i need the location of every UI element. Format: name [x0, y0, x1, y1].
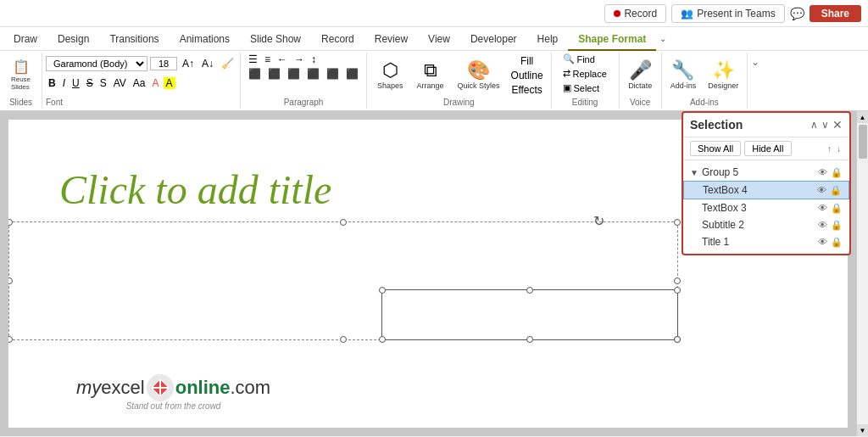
slide-title[interactable]: Click to add title [59, 166, 678, 213]
tab-draw[interactable]: Draw [3, 27, 47, 51]
align-left-button[interactable]: ⬛ [246, 67, 264, 81]
handle-tm[interactable] [340, 219, 347, 226]
dictate-button[interactable]: 🎤 Dictate [623, 59, 657, 92]
handle-tr[interactable] [674, 219, 681, 226]
order-down-button[interactable]: ↓ [835, 143, 843, 155]
main-area: ↻ Click to add title my excel [0, 111, 868, 436]
font-color-button[interactable]: A [150, 76, 162, 90]
order-up-button[interactable]: ↑ [826, 143, 833, 155]
list-item-textbox4[interactable]: TextBox 4 👁 🔒 [683, 181, 849, 199]
list-item-textbox3[interactable]: TextBox 3 👁 🔒 [683, 199, 849, 216]
justify-button[interactable]: ⬛ [304, 67, 322, 81]
subtitle2-lock-icon[interactable]: 🔒 [831, 220, 843, 231]
scroll-up-button[interactable]: ▲ [857, 111, 869, 123]
title1-lock-icon[interactable]: 🔒 [831, 237, 843, 248]
shapes-button[interactable]: ⬡ Shapes [372, 59, 409, 92]
panel-up-chevron[interactable]: ∧ [810, 119, 818, 131]
addins-button[interactable]: 🔧 Add-ins [665, 59, 702, 92]
tab-developer[interactable]: Developer [460, 27, 527, 51]
group5-visibility-icon[interactable]: 👁 [818, 167, 827, 178]
reuse-slides-button[interactable]: 📋 ReuseSlides [8, 59, 35, 92]
ribbon-group-slides: 📋 ReuseSlides Slides [0, 53, 42, 109]
select-button[interactable]: ▣ Select [560, 81, 602, 94]
present-teams-button[interactable]: 👥 Present in Teams [671, 4, 785, 23]
indent-decrease-button[interactable]: ← [275, 53, 290, 66]
bold-button[interactable]: B [46, 76, 58, 90]
tab-slideshow[interactable]: Slide Show [240, 27, 311, 51]
clear-formatting-button[interactable]: 🧹 [219, 57, 236, 70]
char-spacing-button[interactable]: AV [111, 76, 129, 90]
hide-all-button[interactable]: Hide All [744, 141, 791, 156]
tab-help[interactable]: Help [527, 27, 569, 51]
columns-button[interactable]: ⬛ [324, 67, 342, 81]
font-size-input[interactable] [150, 57, 177, 70]
record-dot [614, 10, 620, 17]
tab-shape-format[interactable]: Shape Format [568, 27, 656, 51]
align-right-button[interactable]: ⬛ [285, 67, 303, 81]
scroll-down-button[interactable]: ▼ [857, 424, 869, 436]
record-button[interactable]: Record [604, 4, 666, 23]
handle-bl[interactable] [8, 336, 13, 343]
textbox4-lock-icon[interactable]: 🔒 [830, 185, 842, 196]
font-decrease-button[interactable]: A↓ [199, 57, 216, 70]
comment-icon[interactable]: 💬 [790, 7, 804, 20]
line-spacing-button[interactable]: ↕ [309, 53, 319, 66]
shape-effects-button[interactable]: Effects [509, 83, 546, 97]
handle-inner-bl[interactable] [379, 336, 386, 343]
panel-down-chevron[interactable]: ∨ [821, 119, 829, 131]
list-item-subtitle2[interactable]: Subtitle 2 👁 🔒 [683, 216, 849, 233]
tab-animations[interactable]: Animations [170, 27, 240, 51]
show-all-button[interactable]: Show All [690, 141, 741, 156]
textbox4-visibility-icon[interactable]: 👁 [817, 185, 826, 196]
title1-visibility-icon[interactable]: 👁 [818, 237, 827, 248]
textbox3-visibility-icon[interactable]: 👁 [818, 203, 827, 214]
list-item-title1[interactable]: Title 1 👁 🔒 [683, 233, 849, 250]
handle-inner-tr[interactable] [674, 287, 681, 294]
handle-inner-tm[interactable] [526, 287, 533, 294]
strikethrough-button[interactable]: S [84, 76, 96, 90]
tab-transitions[interactable]: Transitions [99, 27, 169, 51]
quick-styles-button[interactable]: 🎨 Quick Styles [453, 59, 505, 92]
italic-button[interactable]: I [60, 76, 68, 90]
ribbon-expand-icon[interactable]: ⌄ [751, 56, 760, 68]
numbering-button[interactable]: ≡ [262, 53, 273, 66]
handle-inner-bm[interactable] [526, 336, 533, 343]
handle-bm[interactable] [340, 336, 347, 343]
font-increase-button[interactable]: A↑ [180, 57, 197, 70]
tab-record[interactable]: Record [311, 27, 364, 51]
shape-fill-button[interactable]: Fill [509, 54, 546, 68]
text-direction-button[interactable]: ⬛ [343, 67, 361, 81]
textbox3-lock-icon[interactable]: 🔒 [831, 203, 843, 214]
replace-button[interactable]: ⇄ Replace [560, 67, 609, 80]
tab-review[interactable]: Review [364, 27, 418, 51]
scroll-thumb[interactable] [859, 125, 867, 159]
share-button[interactable]: Share [810, 5, 861, 22]
subtitle2-visibility-icon[interactable]: 👁 [818, 220, 827, 231]
group5-lock-icon[interactable]: 🔒 [831, 167, 843, 178]
underline-button[interactable]: U [70, 76, 82, 90]
indent-increase-button[interactable]: → [292, 53, 307, 66]
textbox4-selection[interactable] [381, 289, 678, 340]
designer-button[interactable]: ✨ Designer [703, 59, 743, 92]
handle-tl[interactable] [8, 219, 13, 226]
handle-inner-tl[interactable] [379, 287, 386, 294]
shape-outline-button[interactable]: Outline [509, 69, 546, 82]
drawing-buttons: ⬡ Shapes ⧉ Arrange 🎨 Quick Styles Fill O… [372, 53, 546, 98]
tab-design[interactable]: Design [47, 27, 99, 51]
shadow-button[interactable]: S [97, 76, 109, 90]
align-center-button[interactable]: ⬛ [265, 67, 283, 81]
handle-ml[interactable] [8, 277, 13, 284]
group5-header[interactable]: ▼ Group 5 👁 🔒 [683, 164, 849, 181]
handle-inner-br[interactable] [674, 336, 681, 343]
find-button[interactable]: 🔍 Find [560, 53, 597, 65]
font-family-select[interactable]: Garamond (Body) [46, 56, 147, 71]
arrange-button[interactable]: ⧉ Arrange [412, 59, 449, 92]
highlight-button[interactable]: A [164, 77, 175, 89]
tab-view[interactable]: View [418, 27, 460, 51]
rotate-handle[interactable]: ↻ [593, 213, 604, 229]
ribbon-more-icon[interactable]: ⌄ [659, 34, 666, 43]
handle-mr[interactable] [674, 277, 681, 284]
panel-close-button[interactable]: ✕ [832, 118, 843, 132]
bullets-button[interactable]: ☰ [246, 53, 260, 66]
case-button[interactable]: Aa [131, 76, 148, 90]
